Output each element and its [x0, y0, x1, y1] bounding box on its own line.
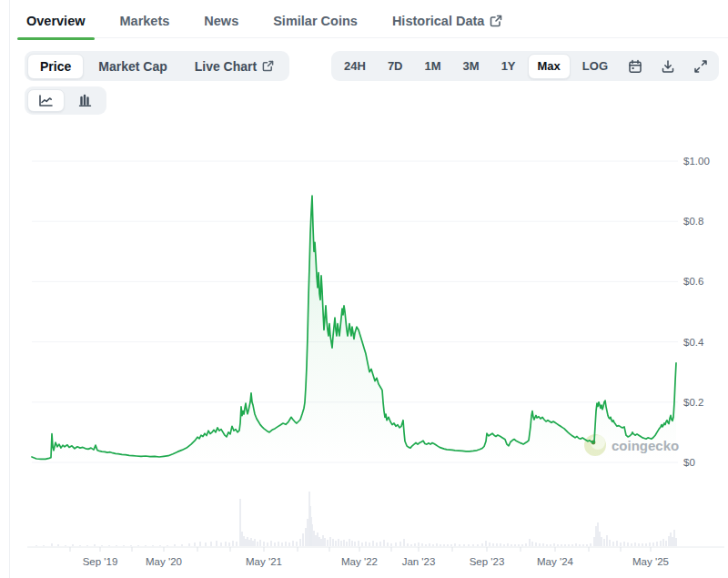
volume-bar: [447, 544, 449, 546]
volume-bar: [220, 543, 222, 546]
volume-bar: [571, 544, 573, 546]
candlestick-chart-icon: [77, 94, 93, 107]
volume-bar: [652, 543, 654, 546]
y-axis-label: $0: [683, 457, 695, 468]
tab-overview-label: Overview: [26, 14, 86, 28]
volume-bar: [670, 532, 672, 546]
volume-bar: [477, 544, 479, 546]
tab-markets-label: Markets: [120, 14, 170, 28]
volume-bar: [292, 541, 294, 546]
volume-bar: [302, 533, 304, 546]
volume-bar: [561, 544, 562, 546]
volume-bar: [656, 542, 658, 546]
volume-bar: [660, 541, 662, 546]
metric-live-chart-label: Live Chart: [195, 59, 257, 74]
metric-live-chart-button[interactable]: Live Chart: [182, 54, 287, 79]
volume-bar: [481, 543, 483, 546]
tab-historical-data-label: Historical Data: [392, 14, 485, 28]
volume-bar: [243, 536, 245, 546]
tab-markets[interactable]: Markets: [118, 6, 172, 39]
y-axis-label: $1.00: [683, 156, 710, 167]
volume-bar: [72, 544, 74, 546]
volume-bar: [322, 535, 324, 546]
price-chart[interactable]: $1.00$0.8$0.6$0.4$0.2$0Sep '19May '20May…: [0, 137, 728, 578]
volume-bar: [631, 543, 632, 546]
range-7d-button[interactable]: 7D: [378, 54, 413, 79]
range-max-label: Max: [538, 59, 561, 74]
volume-bar: [472, 544, 474, 546]
volume-bar: [597, 522, 599, 546]
volume-bar: [247, 537, 248, 546]
line-chart-icon: [38, 94, 54, 107]
volume-bar: [463, 544, 465, 546]
chart-type-toggle-group: [25, 86, 106, 115]
range-24h-button[interactable]: 24H: [334, 54, 376, 79]
volume-bar: [137, 545, 139, 546]
metric-price-button[interactable]: Price: [27, 54, 84, 79]
volume-bar: [535, 543, 537, 546]
tab-similar-coins[interactable]: Similar Coins: [271, 6, 359, 39]
volume-bar: [511, 544, 512, 546]
expand-icon: [693, 59, 708, 74]
volume-bar: [575, 543, 577, 546]
volume-bar: [216, 541, 217, 546]
metric-price-label: Price: [40, 59, 71, 74]
volume-bar: [307, 519, 308, 546]
volume-bar: [672, 537, 673, 546]
volume-bar: [593, 537, 595, 546]
range-3m-button[interactable]: 3M: [453, 54, 490, 79]
volume-bar: [318, 537, 320, 546]
volume-bar: [383, 540, 385, 546]
volume-bar: [662, 539, 664, 546]
volume-bar: [338, 539, 339, 546]
y-axis-label: $0.8: [683, 216, 703, 227]
volume-bar: [432, 544, 434, 546]
volume-bar: [288, 543, 290, 546]
fullscreen-button[interactable]: [685, 54, 716, 79]
volume-bar: [603, 539, 605, 546]
volume-bar: [259, 540, 261, 546]
volume-bar: [299, 539, 301, 546]
download-chart-button[interactable]: [652, 54, 683, 79]
range-1y-button[interactable]: 1Y: [491, 54, 526, 79]
candlestick-chart-toggle-button[interactable]: [66, 89, 104, 112]
range-max-button[interactable]: Max: [528, 54, 571, 79]
y-axis-label: $0.4: [683, 337, 704, 348]
date-range-picker-button[interactable]: [620, 54, 651, 79]
volume-bar: [174, 544, 176, 546]
tab-historical-data[interactable]: Historical Data: [390, 6, 505, 39]
volume-bar: [274, 543, 276, 546]
tab-overview[interactable]: Overview: [25, 6, 87, 39]
volume-bar: [500, 543, 501, 546]
volume-bar: [239, 499, 241, 546]
tab-news[interactable]: News: [202, 6, 240, 39]
volume-bar: [86, 545, 88, 546]
volume-bar: [410, 544, 412, 546]
range-1m-button[interactable]: 1M: [415, 54, 451, 79]
volume-bar: [248, 540, 250, 546]
volume-bar: [194, 543, 196, 546]
volume-bar: [281, 543, 283, 546]
volume-bar: [232, 541, 234, 546]
volume-bar: [539, 543, 541, 546]
metric-market-cap-button[interactable]: Market Cap: [86, 54, 179, 79]
coin-chart-page: Overview Markets News Similar Coins Hist…: [0, 0, 728, 578]
volume-bar: [65, 545, 66, 546]
volume-bar: [521, 544, 523, 546]
log-scale-button[interactable]: LOG: [572, 54, 618, 79]
volume-bar: [379, 542, 381, 546]
volume-bar: [642, 543, 643, 546]
volume-bar: [407, 543, 409, 546]
volume-bar: [346, 542, 348, 546]
volume-bar: [620, 543, 622, 546]
volume-bar: [485, 541, 487, 546]
volume-bar: [634, 543, 636, 546]
line-chart-toggle-button[interactable]: [27, 89, 65, 112]
volume-bar: [525, 543, 527, 546]
volume-bar: [267, 543, 268, 546]
external-link-icon: [262, 60, 274, 72]
volume-bar: [418, 543, 420, 546]
volume-bar: [492, 543, 494, 546]
volume-bar: [305, 528, 307, 546]
x-axis-label: Jan '23: [402, 556, 436, 567]
